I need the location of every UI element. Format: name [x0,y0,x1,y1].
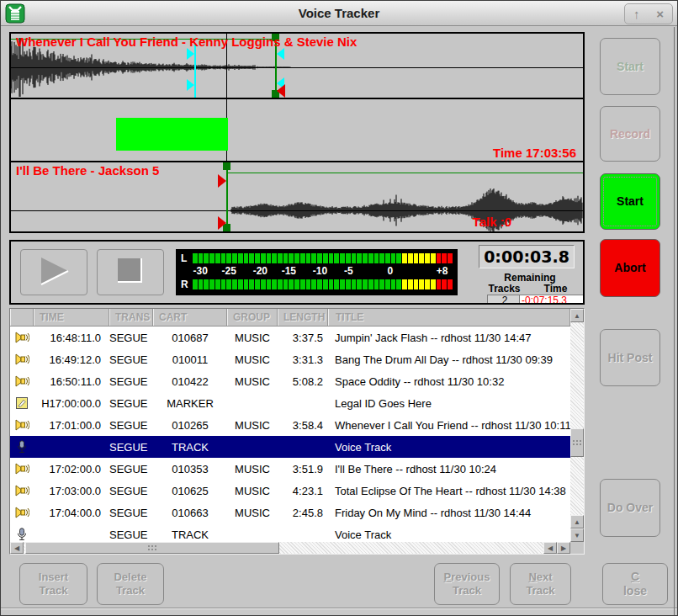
log-cell: 010265 [153,419,227,432]
remaining-columns: Tracks Time [479,283,581,295]
log-cell: SEGUE [109,419,153,432]
scroll-down-icon[interactable]: ▼ [570,528,584,542]
log-column-header[interactable]: CART [153,309,227,326]
horizontal-scroll-thumb[interactable] [25,542,279,554]
previous-track-button[interactable]: Previous Track [434,563,500,605]
speaker-icon [10,418,34,433]
next-track-button[interactable]: Next Track [510,563,571,605]
meter-bar-left [193,253,453,263]
deck-voice-track[interactable]: Time 17:03:56 [11,98,583,161]
log-cell: 010353 [153,463,227,475]
log-row[interactable]: 16:50:11.0SEGUE010422MUSIC5:08.2Space Od… [10,370,570,392]
log-cell: 17:01:00.0 [34,419,109,432]
log-cell: Friday On My Mind -- rdhost 11/30 14:44 [328,507,570,519]
log-cell: MUSIC [227,375,278,388]
insert-track-line2: Track [40,584,68,597]
log-cell: MARKER [153,397,227,410]
meter-tick: -10 [313,265,327,277]
next-track-title: I'll Be There - Jackson 5 [16,163,159,178]
speaker-icon [10,462,34,476]
meter-tick: -25 [222,265,236,277]
scroll-up-icon[interactable]: ▲ [570,309,584,322]
play-button[interactable] [20,249,87,295]
track-start-marker[interactable] [226,162,228,231]
insert-track-button[interactable]: Insert Track [19,563,87,605]
vertical-scroll-track[interactable] [570,322,584,515]
log-row[interactable]: SEGUETRACKVoice Track [10,523,570,542]
log-cell: 4:23.1 [278,485,328,497]
scroll-left-icon[interactable]: ◀ [543,542,557,554]
log-cell: SEGUE [109,463,153,475]
delete-track-button[interactable]: Delete Track [97,563,164,605]
do-over-button[interactable]: Do Over [600,479,660,537]
deck-next-track[interactable]: I'll Be There - Jackson 5 Talk :0 [11,161,583,231]
log-cell: 010625 [153,485,227,497]
marker-handle-top[interactable] [223,162,230,170]
horizontal-scroll-track[interactable] [24,542,543,554]
time-label: Time [530,283,581,295]
log-cell: 17:04:00.0 [34,507,109,519]
log-cell: MUSIC [227,463,278,475]
log-cell: Space Oddity -- rdhost 11/30 10:32 [328,375,570,388]
window-bottom-frame [1,608,677,615]
log-row[interactable]: 17:04:00.0SEGUE010663MUSIC2:45.8Friday O… [10,502,570,523]
vu-meter: L -30-25-20-15-10-50+8 R [176,249,458,295]
log-column-header[interactable]: GROUP [227,309,278,326]
start-playback-button[interactable]: Start [600,38,660,95]
log-column-header[interactable]: TRANS [109,309,153,326]
log-cell: 17:03:00.0 [34,485,109,497]
log-row[interactable]: 16:48:11.0SEGUE010687MUSIC3:37.5Jumpin' … [10,327,570,348]
log-row[interactable]: SEGUETRACKVoice Track [10,436,570,458]
log-cell: MUSIC [227,485,278,497]
end-handle[interactable] [277,84,285,98]
deck-previous-track[interactable]: Whenever I Call You Friend - Kenny Loggi… [11,34,583,98]
fade-level-line [228,173,583,173]
scroll-up-icon[interactable]: ▲ [570,515,584,528]
app-icon [4,3,26,24]
abort-button[interactable]: Abort [600,239,660,297]
playhead-handle-top[interactable] [187,48,194,60]
close-icon[interactable]: × [656,8,664,20]
hit-post-button[interactable]: Hit Post [600,329,660,386]
stop-icon [115,256,146,289]
start-button[interactable]: Start [600,173,660,230]
log-row[interactable]: 17:02:00.0SEGUE010353MUSIC3:51.9I'll Be … [10,458,570,480]
waveform-decks: Whenever I Call You Friend - Kenny Loggi… [9,32,585,233]
shade-icon[interactable]: ↑ [633,8,640,20]
microphone-icon [10,528,34,542]
vertical-scrollbar[interactable]: ▲ ▲ ▼ [570,309,584,542]
zero-axis [11,67,583,68]
log-row[interactable]: 17:03:00.0SEGUE010625MUSIC4:23.1Total Ec… [10,480,570,502]
log-column-header[interactable] [10,309,34,326]
log-row[interactable]: H17:00:00.0SEGUEMARKERLegal ID Goes Here [10,392,570,414]
start-handle-top[interactable] [218,174,226,188]
vertical-scroll-thumb[interactable] [570,428,584,457]
playhead-cursor[interactable] [194,45,196,98]
log-column-header[interactable]: LENGTH [278,309,328,326]
log-body: 16:48:11.0SEGUE010687MUSIC3:37.5Jumpin' … [10,327,570,542]
record-button[interactable]: Record [600,106,660,162]
stop-button[interactable] [97,249,164,295]
titlebar: Voice Tracker ↑× [1,1,677,26]
cue-handle-top[interactable] [277,48,284,60]
tracks-remaining-value: 2 [487,295,522,305]
log-cell: SEGUE [109,332,153,344]
scroll-left-icon[interactable]: ◀ [10,542,24,554]
voice-track-region[interactable] [116,118,228,151]
playhead-handle-bottom[interactable] [187,79,194,91]
log-cell: 17:02:00.0 [34,463,109,475]
horizontal-scrollbar[interactable]: ◀ ◀ ▶ [10,542,570,554]
log-cell: 16:49:12.0 [34,353,109,366]
scroll-right-icon[interactable]: ▶ [557,542,570,554]
log-cell: Legal ID Goes Here [328,397,570,410]
log-column-header[interactable]: TITLE [328,309,570,326]
zero-axis [11,210,583,211]
log-column-header[interactable]: TIME [34,309,109,326]
delete-track-line1: Delete [114,571,146,584]
log-cell: 3:51.9 [278,463,328,475]
start-handle-bottom[interactable] [218,216,226,230]
log-row[interactable]: 16:49:12.0SEGUE010011MUSIC3:31.3Bang The… [10,348,570,370]
log-row[interactable]: 17:01:00.0SEGUE010265MUSIC3:58.4Whenever… [10,414,570,436]
close-button[interactable]: Close [602,563,668,605]
window-right-frame [674,27,675,615]
